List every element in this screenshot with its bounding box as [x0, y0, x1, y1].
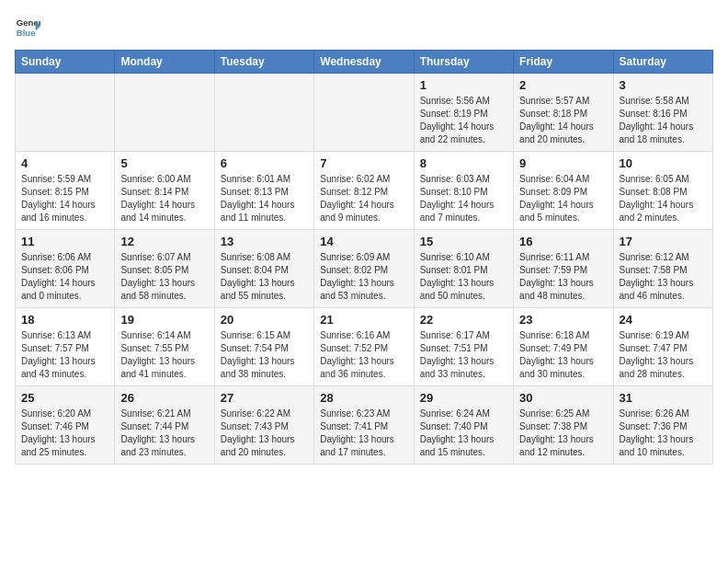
day-number: 14	[320, 235, 407, 248]
day-cell	[115, 74, 214, 152]
calendar-body: 1Sunrise: 5:56 AM Sunset: 8:19 PM Daylig…	[16, 74, 713, 465]
day-number: 28	[320, 391, 407, 405]
day-number: 27	[221, 391, 308, 405]
day-info: Sunrise: 6:10 AM Sunset: 8:01 PM Dayligh…	[420, 251, 507, 303]
weekday-header-thursday: Thursday	[414, 51, 513, 74]
logo-icon: General Blue	[15, 15, 40, 40]
day-number: 25	[21, 391, 108, 405]
day-number: 6	[221, 156, 308, 170]
logo: General Blue	[15, 15, 40, 40]
day-cell: 13Sunrise: 6:08 AM Sunset: 8:04 PM Dayli…	[214, 230, 313, 308]
day-info: Sunrise: 6:21 AM Sunset: 7:44 PM Dayligh…	[120, 408, 208, 459]
day-info: Sunrise: 6:15 AM Sunset: 7:54 PM Dayligh…	[221, 329, 308, 381]
day-info: Sunrise: 6:19 AM Sunset: 7:47 PM Dayligh…	[620, 329, 707, 381]
day-cell: 5Sunrise: 6:00 AM Sunset: 8:14 PM Daylig…	[115, 152, 214, 230]
day-info: Sunrise: 6:14 AM Sunset: 7:55 PM Dayligh…	[120, 329, 208, 381]
week-row-1: 1Sunrise: 5:56 AM Sunset: 8:19 PM Daylig…	[16, 74, 713, 152]
day-cell: 8Sunrise: 6:03 AM Sunset: 8:10 PM Daylig…	[414, 152, 513, 230]
day-number: 2	[519, 78, 607, 92]
day-info: Sunrise: 6:11 AM Sunset: 7:59 PM Dayligh…	[519, 251, 607, 303]
day-cell: 3Sunrise: 5:58 AM Sunset: 8:16 PM Daylig…	[613, 74, 712, 152]
day-cell: 26Sunrise: 6:21 AM Sunset: 7:44 PM Dayli…	[115, 386, 214, 465]
week-row-4: 18Sunrise: 6:13 AM Sunset: 7:57 PM Dayli…	[16, 308, 713, 386]
day-info: Sunrise: 5:57 AM Sunset: 8:18 PM Dayligh…	[519, 95, 607, 146]
day-info: Sunrise: 6:22 AM Sunset: 7:43 PM Dayligh…	[221, 408, 308, 459]
day-number: 26	[120, 391, 208, 405]
day-number: 1	[420, 78, 507, 92]
day-number: 4	[21, 156, 108, 170]
day-number: 20	[221, 313, 308, 327]
day-info: Sunrise: 6:02 AM Sunset: 8:12 PM Dayligh…	[320, 173, 407, 224]
weekday-header-tuesday: Tuesday	[214, 51, 313, 74]
day-info: Sunrise: 6:25 AM Sunset: 7:38 PM Dayligh…	[519, 408, 607, 459]
day-cell: 9Sunrise: 6:04 AM Sunset: 8:09 PM Daylig…	[514, 152, 613, 230]
day-number: 13	[221, 235, 308, 248]
day-cell: 10Sunrise: 6:05 AM Sunset: 8:08 PM Dayli…	[613, 152, 712, 230]
day-info: Sunrise: 6:26 AM Sunset: 7:36 PM Dayligh…	[620, 408, 707, 459]
day-number: 3	[620, 78, 707, 92]
day-cell: 18Sunrise: 6:13 AM Sunset: 7:57 PM Dayli…	[16, 308, 115, 386]
day-number: 19	[120, 313, 208, 327]
day-info: Sunrise: 6:06 AM Sunset: 8:06 PM Dayligh…	[21, 251, 108, 303]
day-info: Sunrise: 6:00 AM Sunset: 8:14 PM Dayligh…	[120, 173, 208, 224]
day-info: Sunrise: 5:56 AM Sunset: 8:19 PM Dayligh…	[420, 95, 507, 146]
day-info: Sunrise: 6:17 AM Sunset: 7:51 PM Dayligh…	[420, 329, 507, 381]
calendar-table: SundayMondayTuesdayWednesdayThursdayFrid…	[15, 50, 713, 465]
day-info: Sunrise: 6:03 AM Sunset: 8:10 PM Dayligh…	[420, 173, 507, 224]
day-cell: 15Sunrise: 6:10 AM Sunset: 8:01 PM Dayli…	[414, 230, 513, 308]
day-number: 12	[120, 235, 208, 248]
day-number: 22	[420, 313, 507, 327]
day-cell: 23Sunrise: 6:18 AM Sunset: 7:49 PM Dayli…	[514, 308, 613, 386]
week-row-3: 11Sunrise: 6:06 AM Sunset: 8:06 PM Dayli…	[16, 230, 713, 308]
day-number: 23	[519, 313, 607, 327]
day-number: 5	[120, 156, 208, 170]
day-number: 31	[620, 391, 707, 405]
weekday-header-monday: Monday	[115, 51, 214, 74]
day-info: Sunrise: 6:05 AM Sunset: 8:08 PM Dayligh…	[620, 173, 707, 224]
day-number: 10	[620, 156, 707, 170]
day-info: Sunrise: 6:18 AM Sunset: 7:49 PM Dayligh…	[519, 329, 607, 381]
day-info: Sunrise: 6:13 AM Sunset: 7:57 PM Dayligh…	[21, 329, 108, 381]
day-cell: 17Sunrise: 6:12 AM Sunset: 7:58 PM Dayli…	[613, 230, 712, 308]
day-number: 9	[519, 156, 607, 170]
day-info: Sunrise: 6:12 AM Sunset: 7:58 PM Dayligh…	[620, 251, 707, 303]
day-number: 30	[519, 391, 607, 405]
day-cell: 4Sunrise: 5:59 AM Sunset: 8:15 PM Daylig…	[16, 152, 115, 230]
weekday-header-wednesday: Wednesday	[314, 51, 414, 74]
day-number: 21	[320, 313, 407, 327]
day-cell	[214, 74, 313, 152]
day-cell	[314, 74, 414, 152]
day-cell: 1Sunrise: 5:56 AM Sunset: 8:19 PM Daylig…	[414, 74, 513, 152]
day-cell: 19Sunrise: 6:14 AM Sunset: 7:55 PM Dayli…	[115, 308, 214, 386]
day-cell: 20Sunrise: 6:15 AM Sunset: 7:54 PM Dayli…	[214, 308, 313, 386]
day-info: Sunrise: 6:16 AM Sunset: 7:52 PM Dayligh…	[320, 329, 407, 381]
day-cell: 29Sunrise: 6:24 AM Sunset: 7:40 PM Dayli…	[414, 386, 513, 465]
day-cell: 14Sunrise: 6:09 AM Sunset: 8:02 PM Dayli…	[314, 230, 414, 308]
header: General Blue	[15, 15, 713, 40]
day-info: Sunrise: 6:04 AM Sunset: 8:09 PM Dayligh…	[519, 173, 607, 224]
day-cell: 31Sunrise: 6:26 AM Sunset: 7:36 PM Dayli…	[613, 386, 712, 465]
day-cell: 21Sunrise: 6:16 AM Sunset: 7:52 PM Dayli…	[314, 308, 414, 386]
day-cell: 25Sunrise: 6:20 AM Sunset: 7:46 PM Dayli…	[16, 386, 115, 465]
day-cell: 22Sunrise: 6:17 AM Sunset: 7:51 PM Dayli…	[414, 308, 513, 386]
day-number: 15	[420, 235, 507, 248]
day-cell: 30Sunrise: 6:25 AM Sunset: 7:38 PM Dayli…	[514, 386, 613, 465]
day-number: 11	[21, 235, 108, 248]
day-cell: 7Sunrise: 6:02 AM Sunset: 8:12 PM Daylig…	[314, 152, 414, 230]
day-cell: 28Sunrise: 6:23 AM Sunset: 7:41 PM Dayli…	[314, 386, 414, 465]
week-row-5: 25Sunrise: 6:20 AM Sunset: 7:46 PM Dayli…	[16, 386, 713, 465]
weekday-row: SundayMondayTuesdayWednesdayThursdayFrid…	[16, 51, 713, 74]
svg-text:Blue: Blue	[17, 28, 36, 38]
day-cell: 11Sunrise: 6:06 AM Sunset: 8:06 PM Dayli…	[16, 230, 115, 308]
week-row-2: 4Sunrise: 5:59 AM Sunset: 8:15 PM Daylig…	[16, 152, 713, 230]
day-cell: 16Sunrise: 6:11 AM Sunset: 7:59 PM Dayli…	[514, 230, 613, 308]
day-cell: 6Sunrise: 6:01 AM Sunset: 8:13 PM Daylig…	[214, 152, 313, 230]
weekday-header-saturday: Saturday	[613, 51, 712, 74]
day-number: 16	[519, 235, 607, 248]
day-info: Sunrise: 6:20 AM Sunset: 7:46 PM Dayligh…	[21, 408, 108, 459]
day-number: 7	[320, 156, 407, 170]
day-info: Sunrise: 5:59 AM Sunset: 8:15 PM Dayligh…	[21, 173, 108, 224]
day-cell	[16, 74, 115, 152]
day-cell: 2Sunrise: 5:57 AM Sunset: 8:18 PM Daylig…	[514, 74, 613, 152]
day-number: 24	[620, 313, 707, 327]
